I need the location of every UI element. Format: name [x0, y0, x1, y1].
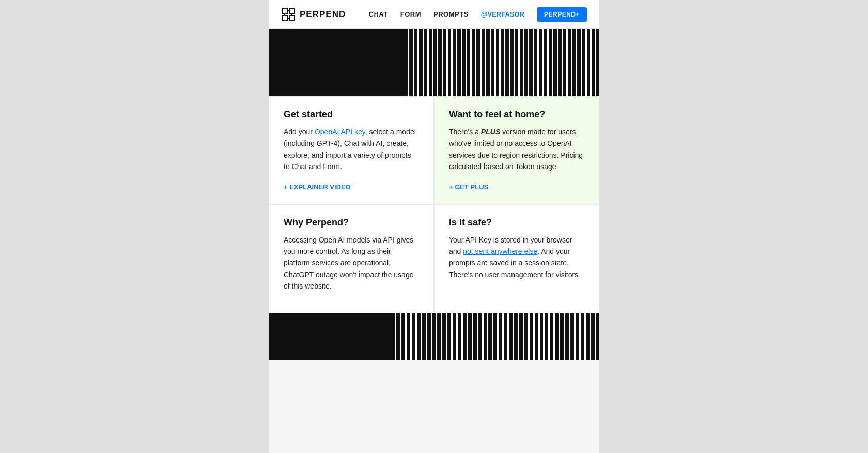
hero-dark-section: [269, 29, 408, 96]
card-why-perpend-title: Why Perpend?: [284, 217, 419, 228]
card-why-perpend-body: Accessing Open AI models via API gives y…: [284, 234, 419, 292]
hero-stripes-section: [408, 29, 599, 96]
bottom-banner-left: [269, 313, 394, 360]
plus-emphasis: PLUS: [481, 128, 500, 136]
bottom-banner: [269, 313, 599, 360]
card-get-started-body: Add your OpenAI API key, select a model …: [284, 126, 419, 173]
card-is-it-safe: Is It safe? Your API Key is stored in yo…: [434, 204, 599, 313]
card-feel-at-home-title: Want to feel at home?: [449, 109, 584, 120]
svg-rect-3: [289, 16, 295, 21]
openai-api-key-link[interactable]: OpenAI API key: [315, 128, 365, 136]
navbar: PERPEND CHAT FORM PROMPTS @VERFASOR PERP…: [269, 0, 599, 29]
not-sent-anywhere-link[interactable]: not sent anywhere else: [463, 247, 537, 255]
nav-user-link[interactable]: @VERFASOR: [481, 10, 524, 18]
silhouette-icon: [358, 331, 379, 360]
nav-links: CHAT FORM PROMPTS @VERFASOR PERPEND+: [369, 7, 587, 22]
card-feel-at-home: Want to feel at home? There's a PLUS ver…: [434, 96, 599, 204]
cards-grid: Get started Add your OpenAI API key, sel…: [269, 96, 599, 313]
card-feel-at-home-body: There's a PLUS version made for users wh…: [449, 126, 584, 173]
perpend-logo-icon: [281, 7, 296, 22]
get-plus-link[interactable]: + GET PLUS: [449, 183, 488, 191]
bottom-banner-stripes: [394, 313, 599, 360]
svg-rect-1: [289, 8, 295, 13]
svg-rect-2: [282, 16, 287, 21]
card-why-perpend: Why Perpend? Accessing Open AI models vi…: [269, 204, 434, 313]
hero-banner: [269, 29, 599, 96]
nav-form[interactable]: FORM: [400, 10, 421, 18]
logo-area: PERPEND: [281, 7, 369, 22]
card-get-started: Get started Add your OpenAI API key, sel…: [269, 96, 434, 204]
svg-rect-0: [282, 8, 287, 13]
nav-chat[interactable]: CHAT: [369, 10, 388, 18]
card-is-it-safe-title: Is It safe?: [449, 217, 584, 228]
perpend-plus-button[interactable]: PERPEND+: [537, 7, 587, 22]
logo-text: PERPEND: [300, 9, 346, 20]
card-is-it-safe-body: Your API Key is stored in your browser a…: [449, 234, 584, 281]
card-get-started-title: Get started: [284, 109, 419, 120]
explainer-video-link[interactable]: + EXPLAINER VIDEO: [284, 183, 351, 191]
nav-prompts[interactable]: PROMPTS: [433, 10, 469, 18]
